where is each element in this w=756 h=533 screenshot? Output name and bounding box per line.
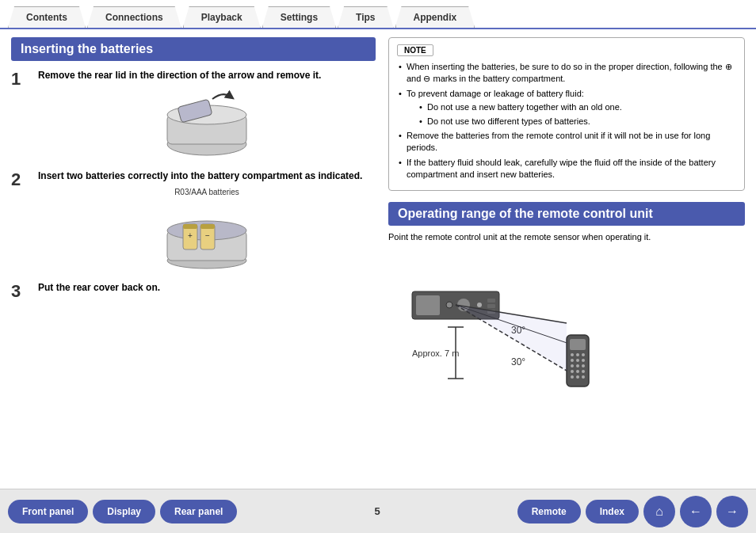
svg-rect-17 [487, 299, 495, 303]
svg-text:−: − [205, 231, 210, 240]
battery-lid-illustration [155, 87, 258, 158]
note-item-1: When inserting the batteries, be sure to… [397, 61, 736, 86]
svg-point-32 [571, 353, 574, 356]
svg-point-40 [582, 364, 585, 367]
right-column: NOTE When inserting the batteries, be su… [388, 37, 745, 467]
bottom-navigation: Front panel Display Rear panel 5 Remote … [0, 489, 756, 533]
svg-rect-8 [183, 224, 197, 229]
step-3-content: Put the rear cover back on. [38, 281, 376, 299]
note-subitem-2: Do not use two different types of batter… [418, 116, 736, 128]
range-diagram: Approx. 7 m 30° 30° [388, 248, 745, 406]
display-button[interactable]: Display [93, 500, 155, 523]
note-box: NOTE When inserting the batteries, be su… [388, 37, 745, 191]
svg-point-46 [582, 375, 585, 379]
svg-point-43 [582, 370, 585, 373]
step-1: 1 Remove the rear lid in the direction o… [11, 69, 376, 158]
top-navigation: Contents Connections Playback Settings T… [0, 6, 756, 29]
svg-point-34 [582, 353, 585, 356]
note-label: NOTE [397, 44, 433, 56]
step-2-content: Insert two batteries correctly into the … [38, 169, 376, 270]
note-item-2: To prevent damage or leakage of battery … [397, 88, 736, 128]
svg-point-44 [571, 375, 574, 379]
back-button[interactable]: ← [680, 496, 712, 527]
remote-button[interactable]: Remote [517, 500, 581, 523]
step-1-text: Remove the rear lid in the direction of … [38, 69, 376, 82]
svg-point-36 [576, 359, 579, 362]
step-3: 3 Put the rear cover back on. [11, 281, 376, 300]
svg-rect-14 [416, 295, 440, 315]
front-panel-button[interactable]: Front panel [8, 500, 88, 523]
svg-point-35 [571, 359, 574, 362]
step-3-number: 3 [11, 283, 30, 300]
svg-rect-31 [570, 339, 586, 350]
note-subitem-1: Do not use a new battery together with a… [418, 101, 736, 113]
back-arrow-icon: ← [689, 504, 702, 519]
index-button[interactable]: Index [586, 500, 639, 523]
range-description: Point the remote control unit at the rem… [388, 232, 745, 242]
svg-point-37 [582, 359, 585, 362]
tab-settings[interactable]: Settings [262, 6, 336, 28]
step-2-text: Insert two batteries correctly into the … [38, 169, 376, 183]
operating-range-header: Operating range of the remote control un… [388, 202, 745, 226]
svg-point-42 [576, 370, 579, 373]
step-2-number: 2 [11, 171, 30, 188]
svg-rect-18 [487, 304, 495, 308]
inserting-batteries-header: Inserting the batteries [11, 37, 376, 61]
step-1-number: 1 [11, 70, 30, 88]
page-number: 5 [242, 505, 512, 517]
range-diagram-svg: Approx. 7 m 30° 30° [388, 248, 745, 406]
tab-tips[interactable]: Tips [338, 6, 393, 28]
home-button[interactable]: ⌂ [643, 496, 675, 527]
step-2-image: R03/AAA batteries [38, 188, 376, 270]
main-content: Inserting the batteries 1 Remove the rea… [0, 29, 756, 475]
step-1-content: Remove the rear lid in the direction of … [38, 69, 376, 158]
left-column: Inserting the batteries 1 Remove the rea… [11, 37, 376, 467]
svg-rect-10 [200, 224, 215, 229]
note-item-3: Remove the batteries from the remote con… [397, 130, 736, 154]
home-icon: ⌂ [655, 504, 663, 519]
tab-contents[interactable]: Contents [8, 6, 86, 28]
battery-insert-illustration: + − [155, 199, 258, 270]
svg-point-45 [576, 375, 579, 379]
step-3-text: Put the rear cover back on. [38, 281, 376, 295]
tab-connections[interactable]: Connections [87, 6, 181, 28]
tab-playback[interactable]: Playback [183, 6, 261, 28]
tab-appendix[interactable]: Appendix [395, 6, 475, 28]
svg-point-38 [571, 364, 574, 367]
step-1-image [38, 87, 376, 158]
note-item-4: If the battery fluid should leak, carefu… [397, 157, 736, 181]
svg-point-33 [576, 353, 579, 356]
svg-point-16 [477, 303, 482, 307]
svg-text:30°: 30° [511, 356, 525, 367]
forward-button[interactable]: → [716, 496, 748, 527]
svg-text:Approx. 7 m: Approx. 7 m [412, 348, 459, 358]
forward-arrow-icon: → [726, 504, 739, 519]
rear-panel-button[interactable]: Rear panel [160, 500, 237, 523]
svg-point-41 [571, 370, 574, 373]
svg-point-20 [446, 302, 452, 308]
note-list: When inserting the batteries, be sure to… [397, 61, 736, 181]
battery-label: R03/AAA batteries [174, 188, 239, 196]
step-2: 2 Insert two batteries correctly into th… [11, 169, 376, 270]
svg-text:+: + [188, 231, 193, 240]
svg-point-39 [576, 364, 579, 367]
note-sublist: Do not use a new battery together with a… [407, 101, 736, 128]
